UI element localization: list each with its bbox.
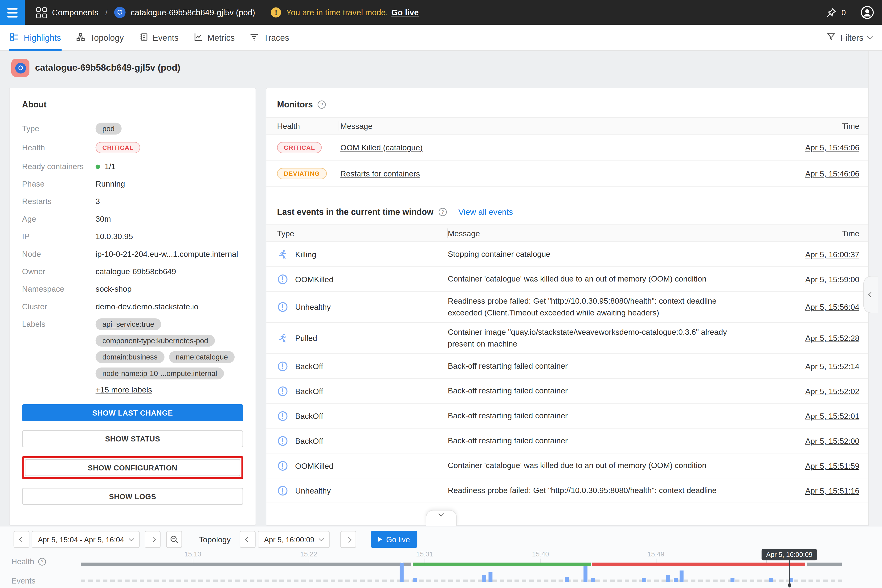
main-panel: Monitors ? Health Message Time CRITICAL … (266, 88, 869, 526)
event-row: Killing Stopping container catalogue Apr… (266, 242, 868, 267)
event-row: OOMKilled Container 'catalogue' was kill… (266, 267, 868, 292)
monitor-health-badge: CRITICAL (277, 142, 322, 153)
breadcrumb-entity[interactable]: catalogue-69b58cb649-gjl5v (pod) (131, 8, 255, 17)
topology-picker-label: Topology (199, 535, 231, 544)
event-time-link[interactable]: Apr 5, 16:00:37 (805, 250, 860, 259)
range-next-button[interactable] (145, 531, 160, 548)
running-event-icon (277, 249, 288, 260)
events-heading: Last events in the current time window (277, 207, 434, 216)
marker-tooltip: Apr 5, 16:00:09 (762, 549, 817, 560)
event-type: OOMKilled (295, 274, 333, 284)
event-message: Back-off restarting failed container (448, 435, 730, 447)
event-time-link[interactable]: Apr 5, 15:52:02 (805, 386, 860, 395)
tick-label: 15:13 (184, 550, 201, 558)
tab-highlights[interactable]: Highlights (2, 24, 69, 50)
monitor-row: CRITICAL OOM Killed (catalogue) Apr 5, 1… (266, 135, 868, 160)
event-time-link[interactable]: Apr 5, 15:52:01 (805, 411, 860, 420)
alert-event-icon (277, 460, 288, 471)
show-last-change-button[interactable]: SHOW LAST CHANGE (22, 404, 243, 421)
tick-label: 15:40 (532, 550, 549, 558)
go-live-button[interactable]: Go live (371, 531, 417, 548)
health-help-icon[interactable]: ? (38, 557, 46, 566)
monitor-row: DEVIATING Restarts for containers Apr 5,… (266, 160, 868, 187)
monitor-message-link[interactable]: Restarts for containers (340, 169, 420, 178)
health-segment (403, 562, 411, 566)
event-message: Back-off restarting failed container (448, 360, 730, 372)
event-count-bar (413, 578, 417, 582)
top-bar: Components / catalogue-69b58cb649-gjl5v … (0, 0, 882, 25)
time-travel-warning: ! You are in time travel mode. Go live (271, 7, 418, 17)
expand-right-panel-button[interactable] (863, 276, 878, 313)
tab-events[interactable]: Events (131, 24, 186, 50)
topology-time-picker[interactable]: Apr 5, 16:00:09 (258, 531, 330, 548)
tab-topology[interactable]: Topology (68, 24, 131, 50)
range-prev-button[interactable] (14, 531, 30, 548)
show-status-button[interactable]: SHOW STATUS (22, 430, 243, 447)
monitor-time-link[interactable]: Apr 5, 15:45:06 (805, 143, 860, 152)
tab-metrics[interactable]: Metrics (186, 24, 242, 50)
health-segment (413, 562, 591, 566)
owner-link[interactable]: catalogue-69b58cb649 (96, 266, 176, 276)
event-type: Pulled (295, 334, 317, 342)
monitors-heading: Monitors (277, 99, 313, 109)
event-row: Unhealthy Readiness probe failed: Get "h… (266, 478, 868, 503)
filters-button[interactable]: Filters (826, 32, 872, 43)
event-time-link[interactable]: Apr 5, 15:52:14 (805, 362, 860, 370)
event-time-link[interactable]: Apr 5, 15:52:00 (805, 436, 860, 445)
label-pill: api_service:true (96, 318, 161, 330)
show-configuration-button[interactable]: SHOW CONFIGURATION (25, 459, 240, 476)
event-time-link[interactable]: Apr 5, 15:51:16 (805, 486, 860, 495)
zoom-out-button[interactable] (166, 531, 182, 548)
event-count-bar (591, 578, 595, 582)
more-labels-link[interactable]: +15 more labels (96, 385, 152, 394)
hamburger-menu-icon[interactable] (0, 0, 25, 25)
time-next-button[interactable] (340, 531, 356, 548)
marker-line[interactable] (789, 560, 790, 584)
event-row: BackOff Back-off restarting failed conta… (266, 379, 868, 404)
filter-funnel-icon (826, 32, 836, 43)
show-logs-button[interactable]: SHOW LOGS (22, 488, 243, 505)
go-live-link[interactable]: Go live (391, 8, 418, 17)
about-panel: About Type pod Health CRITICAL Ready con… (9, 88, 256, 526)
event-count-bar (769, 578, 773, 582)
event-time-link[interactable]: Apr 5, 15:52:28 (805, 334, 860, 342)
event-time-link[interactable]: Apr 5, 15:56:04 (805, 303, 860, 311)
event-row: BackOff Back-off restarting failed conta… (266, 404, 868, 429)
breadcrumb-components[interactable]: Components (52, 8, 99, 17)
view-all-events-link[interactable]: View all events (458, 207, 513, 216)
collapse-events-button[interactable] (426, 510, 457, 526)
about-row-namespace: Namespace sock-shop (22, 283, 243, 293)
health-badge: CRITICAL (96, 142, 140, 153)
event-time-link[interactable]: Apr 5, 15:51:59 (805, 461, 860, 470)
chevron-down-icon (867, 34, 873, 39)
svg-text:?: ? (321, 102, 324, 107)
tick-label: 15:49 (647, 550, 664, 558)
time-range-picker[interactable]: Apr 5, 15:04 - Apr 5, 16:04 (32, 531, 139, 548)
breadcrumb-separator: / (105, 8, 107, 17)
tick-mark (309, 558, 309, 564)
event-type: BackOff (295, 386, 323, 395)
event-row: Unhealthy Readiness probe failed: Get "h… (266, 292, 868, 323)
events-help-icon[interactable]: ? (438, 207, 447, 216)
chevron-left-icon (868, 292, 874, 297)
user-avatar-icon[interactable] (861, 6, 874, 20)
about-row-health: Health CRITICAL (22, 142, 243, 153)
marker-dot[interactable] (788, 583, 791, 587)
event-message: Readiness probe failed: Get "http://10.0… (448, 484, 730, 496)
monitor-time-link[interactable]: Apr 5, 15:46:06 (805, 169, 860, 178)
monitors-help-icon[interactable]: ? (317, 100, 326, 109)
about-row-ready: Ready containers 1/1 (22, 160, 243, 171)
event-time-link[interactable]: Apr 5, 15:59:00 (805, 274, 860, 284)
alert-event-icon (277, 273, 288, 285)
event-count-bar (565, 577, 569, 582)
alert-event-icon (277, 386, 288, 397)
page-header: catalogue-69b58cb649-gjl5v (pod) (11, 59, 180, 77)
about-row-phase: Phase Running (22, 178, 243, 188)
events-icon (138, 32, 148, 44)
monitor-message-link[interactable]: OOM Killed (catalogue) (340, 143, 423, 152)
tab-traces[interactable]: Traces (242, 24, 297, 50)
column-divider (447, 228, 448, 238)
pin-icon[interactable] (826, 7, 837, 18)
tab-bar: Highlights Topology Events Metrics Trace… (0, 25, 882, 51)
time-prev-button[interactable] (240, 531, 256, 548)
